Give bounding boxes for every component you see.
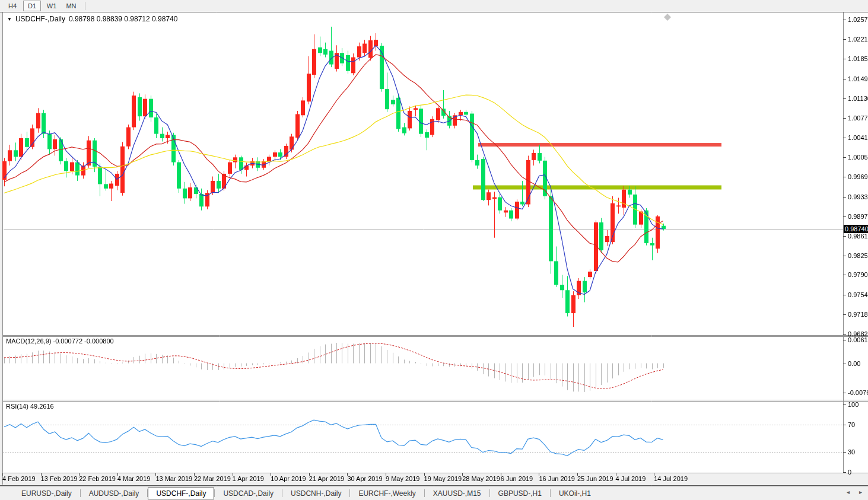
price-axis-label: 0.97900 bbox=[848, 271, 868, 278]
date-axis-label: 22 Feb 2019 bbox=[79, 475, 116, 482]
tab-ukoil-h1[interactable]: UKOil-,H1 bbox=[551, 488, 599, 499]
timeframe-w1-button[interactable]: W1 bbox=[43, 1, 61, 11]
date-axis-label: 14 Jul 2019 bbox=[654, 475, 688, 482]
rsi-axis-label: 30 bbox=[848, 448, 855, 456]
symbol-tab-bar: EURUSD-,DailyAUDUSD-,DailyUSDCHF-,DailyU… bbox=[0, 486, 868, 500]
price-axis-label: 1.00410 bbox=[848, 134, 868, 141]
tab-scroll-left-icon[interactable]: ◂ bbox=[847, 489, 850, 495]
price-axis-label: 1.00770 bbox=[848, 114, 868, 122]
chart-title: ▼USDCHF-,Daily0.98798 0.98839 0.98712 0.… bbox=[7, 15, 177, 23]
tab-eurchf-weekly[interactable]: EURCHF-,Weekly bbox=[350, 488, 424, 499]
chart-canvas[interactable] bbox=[0, 0, 868, 500]
chart-ohlc-values: 0.98798 0.98839 0.98712 0.98740 bbox=[69, 15, 178, 23]
date-axis-label: 1 Apr 2019 bbox=[233, 475, 264, 482]
chart-symbol-label: USDCHF-,Daily bbox=[15, 15, 65, 23]
date-axis-label: 21 Apr 2019 bbox=[309, 475, 344, 482]
rsi-label: RSI(14) 49.2616 bbox=[6, 403, 54, 410]
price-axis-label: 1.01490 bbox=[848, 75, 868, 82]
timeframe-toolbar: H4 D1 W1 MN bbox=[0, 0, 868, 12]
date-axis-label: 6 Jun 2019 bbox=[501, 475, 533, 482]
current-price-badge: 0.98740 bbox=[844, 225, 868, 233]
price-axis-label: 0.99690 bbox=[848, 173, 868, 180]
date-axis-label: 13 Mar 2019 bbox=[155, 475, 192, 482]
tab-scroll-right-icon[interactable]: ▸ bbox=[859, 489, 862, 495]
date-axis-label: 30 Apr 2019 bbox=[347, 475, 382, 482]
date-axis-label: 4 Feb 2019 bbox=[2, 475, 36, 482]
date-axis-label: 19 May 2019 bbox=[424, 475, 462, 482]
date-axis-label: 4 Mar 2019 bbox=[117, 475, 151, 482]
timeframe-d1-button[interactable]: D1 bbox=[23, 1, 41, 11]
collapse-triangle-icon[interactable]: ▼ bbox=[7, 17, 12, 22]
tab-xauusd-m15[interactable]: XAUUSD-,M15 bbox=[425, 488, 489, 499]
tab-usdcnh-daily[interactable]: USDCNH-,Daily bbox=[282, 488, 349, 499]
timeframe-h4-button[interactable]: H4 bbox=[4, 1, 21, 11]
date-axis-label: 9 May 2019 bbox=[386, 475, 419, 482]
rsi-axis-label: 0 bbox=[848, 469, 851, 476]
tab-scroll-controls: ◂ ▸ bbox=[847, 489, 862, 495]
price-axis-label: 1.00050 bbox=[848, 154, 868, 161]
price-axis-label: 0.97540 bbox=[848, 291, 868, 298]
price-axis-label: 1.02570 bbox=[848, 16, 868, 23]
rsi-axis-label: 70 bbox=[848, 421, 855, 428]
price-axis-label: 0.98250 bbox=[848, 252, 868, 259]
macd-label: MACD(12,26,9) -0.000772 -0.000800 bbox=[6, 337, 114, 345]
price-axis-label: 0.99330 bbox=[848, 193, 868, 200]
tab-audusd-daily[interactable]: AUDUSD-,Daily bbox=[81, 488, 148, 499]
tab-usdcad-daily[interactable]: USDCAD-,Daily bbox=[215, 488, 282, 499]
date-axis-label: 13 Feb 2019 bbox=[41, 475, 78, 482]
date-axis-label: 22 Mar 2019 bbox=[194, 475, 231, 482]
macd-axis-label: 0.00 bbox=[848, 360, 860, 367]
price-axis-label: 0.98610 bbox=[848, 233, 868, 240]
price-axis-label: 1.01850 bbox=[848, 55, 868, 62]
macd-axis-label: 0.00613 bbox=[848, 336, 868, 343]
date-axis-label: 16 Jun 2019 bbox=[539, 475, 575, 482]
timeframe-mn-button[interactable]: MN bbox=[62, 1, 80, 11]
date-axis-label: 25 Jun 2019 bbox=[577, 475, 613, 482]
price-axis-label: 1.01130 bbox=[848, 95, 868, 102]
date-axis-label: 10 Apr 2019 bbox=[271, 475, 306, 482]
date-axis-label: 4 Jul 2019 bbox=[616, 475, 646, 482]
rsi-axis-label: 100 bbox=[848, 401, 859, 408]
trading-terminal: H4 D1 W1 MN ▼USDCHF-,Daily0.98798 0.9883… bbox=[0, 0, 868, 500]
price-axis-label: 0.97180 bbox=[848, 311, 868, 318]
tab-usdchf-daily[interactable]: USDCHF-,Daily bbox=[148, 488, 214, 499]
price-axis-label: 0.98970 bbox=[848, 213, 868, 220]
toolbar-separator bbox=[85, 2, 85, 10]
date-axis-label: 28 May 2019 bbox=[462, 475, 500, 482]
tab-eurusd-daily[interactable]: EURUSD-,Daily bbox=[13, 488, 80, 499]
tab-gbpusd-h1[interactable]: GBPUSD-,H1 bbox=[490, 488, 550, 499]
price-axis-label: 1.02210 bbox=[848, 36, 868, 43]
macd-axis-label: -0.007612 bbox=[848, 389, 868, 396]
